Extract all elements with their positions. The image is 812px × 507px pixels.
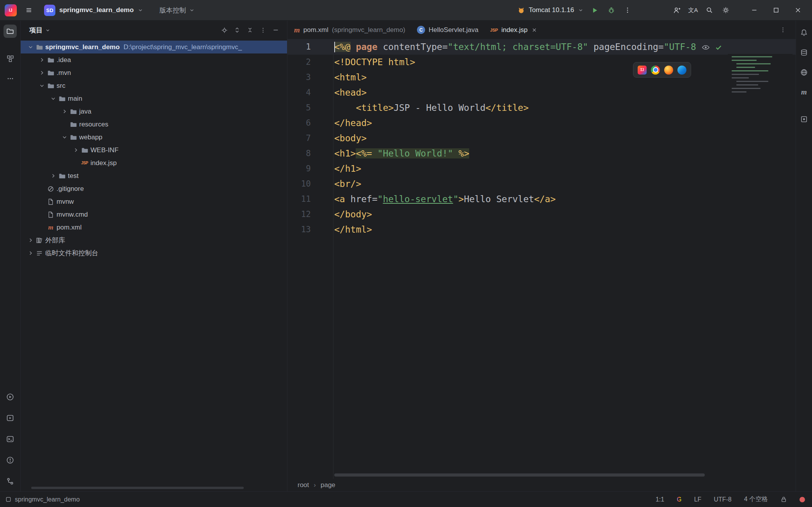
tree-item-pom-xml[interactable]: mpom.xml [21, 221, 287, 234]
editor-pane[interactable]: 1<%@ page contentType="text/html; charse… [287, 39, 796, 479]
readonly-lock-icon[interactable] [780, 496, 787, 503]
tree-item-external-libraries[interactable]: 外部库 [21, 234, 287, 247]
terminal-tool-button[interactable] [4, 432, 17, 446]
builtin-preview-icon[interactable]: IJ [638, 66, 647, 75]
more-actions-icon[interactable] [619, 2, 636, 18]
code-line-13[interactable]: 13</html> [287, 222, 796, 237]
tab-helloservlet-java[interactable]: C HelloServlet.java [411, 21, 484, 39]
status-project-name[interactable]: springmvc_learn_demo [15, 496, 80, 503]
expand-all-icon[interactable] [232, 25, 242, 35]
code-line-4[interactable]: 4<head> [287, 85, 796, 100]
vcs-widget[interactable]: 版本控制 [160, 6, 195, 15]
tree-item-test[interactable]: test [21, 169, 287, 182]
chevron-expanded-icon[interactable] [49, 94, 57, 103]
breadcrumb-page[interactable]: page [321, 481, 335, 489]
code-line-11[interactable]: 11<a href="hello-servlet">Hello Servlet<… [287, 192, 796, 207]
code-line-9[interactable]: 9</h1> [287, 161, 796, 176]
breadcrumb-root[interactable]: root [298, 481, 309, 489]
no-problems-check-icon[interactable] [715, 44, 722, 51]
code-line-3[interactable]: 3<html> [287, 70, 796, 85]
project-widget[interactable]: SD springmvc_learn_demo [41, 3, 146, 18]
more-tool-windows-icon[interactable] [4, 72, 17, 85]
code-line-2[interactable]: 2<!DOCTYPE html> [287, 55, 796, 70]
code-line-5[interactable]: 5 <title>JSP - Hello World</title> [287, 100, 796, 116]
tree-item-mvnw-cmd[interactable]: mvnw.cmd [21, 208, 287, 221]
tree-item-idea[interactable]: .idea [21, 53, 287, 66]
structure-tool-button[interactable] [4, 52, 17, 65]
notifications-bell-icon[interactable] [798, 26, 811, 39]
services-tool-button[interactable] [4, 411, 17, 425]
run-tool-button[interactable] [4, 390, 17, 404]
file-encoding[interactable]: UTF-8 [714, 496, 731, 503]
tree-item-webapp[interactable]: webapp [21, 131, 287, 144]
project-panel-scrollbar[interactable] [31, 487, 244, 489]
edge-browser-icon[interactable] [677, 66, 686, 75]
collapse-all-icon[interactable] [245, 25, 255, 35]
tree-item-index-jsp[interactable]: JSPindex.jsp [21, 157, 287, 169]
chevron-collapsed-icon[interactable] [37, 56, 46, 64]
firefox-browser-icon[interactable] [664, 66, 673, 75]
code-line-7[interactable]: 7<body> [287, 131, 796, 146]
hamburger-menu-icon[interactable] [21, 2, 37, 18]
code-line-10[interactable]: 10<br/> [287, 176, 796, 192]
highlighting-eye-icon[interactable] [701, 43, 710, 52]
chevron-expanded-icon[interactable] [37, 82, 46, 90]
tree-item-main[interactable]: main [21, 92, 287, 105]
minimize-button[interactable] [743, 2, 765, 18]
problems-tool-button[interactable] [4, 454, 17, 467]
run-button[interactable] [587, 2, 603, 18]
settings-gear-icon[interactable] [718, 2, 734, 18]
line-separator[interactable]: LF [694, 496, 702, 503]
tree-item-src[interactable]: src [21, 79, 287, 92]
debug-button[interactable] [603, 2, 619, 18]
tree-item-gitignore[interactable]: .gitignore [21, 182, 287, 195]
caret-position[interactable]: 1:1 [656, 496, 664, 503]
chevron-expanded-icon[interactable] [26, 43, 35, 52]
chevron-expanded-icon[interactable] [60, 133, 69, 142]
search-icon[interactable] [701, 2, 718, 18]
chevron-collapsed-icon[interactable] [60, 107, 69, 116]
tab-pom-xml[interactable]: m pom.xml (springmvc_learn_demo) [288, 21, 411, 39]
panel-options-icon[interactable] [258, 25, 268, 35]
tree-item-mvn[interactable]: .mvn [21, 66, 287, 79]
code-line-12[interactable]: 12</body> [287, 207, 796, 222]
tree-item-java[interactable]: java [21, 105, 287, 118]
close-button[interactable] [787, 2, 809, 18]
editor-horizontal-scrollbar[interactable] [334, 473, 705, 477]
tab-index-jsp[interactable]: JSP index.jsp [484, 21, 543, 39]
chevron-collapsed-icon[interactable] [49, 172, 57, 180]
hide-panel-icon[interactable] [271, 25, 281, 35]
code-line-6[interactable]: 6</head> [287, 116, 796, 131]
editor-options-icon[interactable] [775, 22, 791, 38]
chevron-collapsed-icon[interactable] [26, 236, 35, 245]
chevron-collapsed-icon[interactable] [71, 146, 80, 155]
version-control-tool-button[interactable] [4, 475, 17, 488]
inspection-widget[interactable] [701, 43, 722, 52]
maven-tool-button[interactable]: m [798, 85, 811, 99]
code-with-me-icon[interactable] [668, 2, 685, 18]
tree-item-scratches[interactable]: 临时文件和控制台 [21, 247, 287, 260]
tree-item-root[interactable]: springmvc_learn_demoD:\project\spring_mv… [21, 41, 287, 53]
database-tool-button[interactable] [798, 46, 811, 59]
dependencies-tool-button[interactable] [798, 112, 811, 126]
indent-setting[interactable]: 4 个空格 [744, 495, 768, 503]
tree-item-web-inf[interactable]: WEB-INF [21, 144, 287, 157]
locate-file-icon[interactable] [219, 25, 229, 35]
run-config-selector[interactable]: Tomcat 10.1.16 [518, 6, 583, 14]
code-line-8[interactable]: 8<h1><%= "Hello World!" %> [287, 146, 796, 161]
editor-minimap[interactable] [728, 54, 792, 125]
maximize-button[interactable] [765, 2, 787, 18]
tree-item-resources[interactable]: resources [21, 118, 287, 131]
error-indicator[interactable] [800, 497, 805, 502]
project-tool-button[interactable] [4, 25, 17, 38]
endpoints-globe-icon[interactable] [798, 66, 811, 79]
intellij-logo-icon[interactable]: IJ [5, 4, 17, 16]
chevron-collapsed-icon[interactable] [26, 249, 35, 258]
translate-g-icon[interactable]: G [677, 496, 681, 503]
translate-icon[interactable]: 文A [685, 2, 701, 18]
chrome-browser-icon[interactable] [651, 66, 660, 75]
project-panel-title[interactable]: 项目 [29, 26, 43, 35]
close-tab-icon[interactable] [532, 28, 537, 32]
chevron-collapsed-icon[interactable] [37, 69, 46, 77]
tree-item-mvnw[interactable]: mvnw [21, 195, 287, 208]
